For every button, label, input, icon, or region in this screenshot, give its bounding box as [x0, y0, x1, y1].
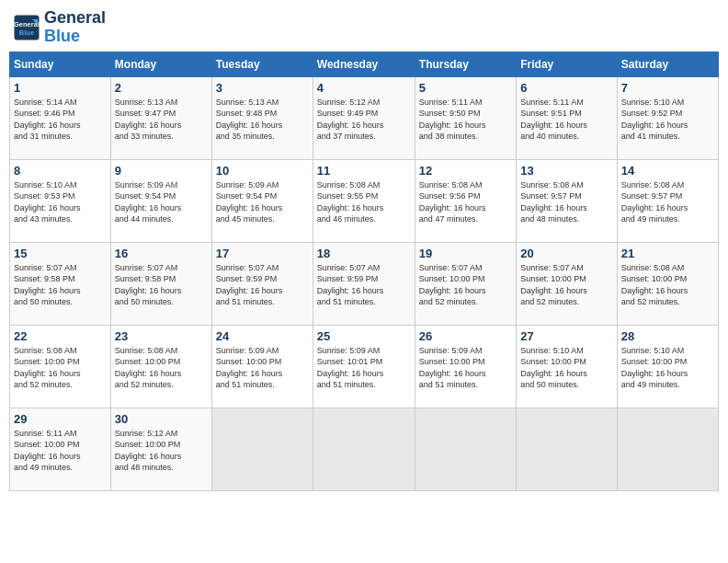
day-info: Sunrise: 5:08 AM Sunset: 10:00 PM Daylig… [621, 262, 714, 308]
day-info: Sunrise: 5:11 AM Sunset: 10:00 PM Daylig… [14, 428, 107, 474]
day-number: 20 [520, 247, 612, 260]
day-info: Sunrise: 5:08 AM Sunset: 9:57 PM Dayligh… [520, 179, 612, 225]
day-number: 13 [520, 164, 612, 178]
day-number: 18 [317, 247, 411, 260]
day-info: Sunrise: 5:10 AM Sunset: 9:53 PM Dayligh… [14, 179, 107, 225]
calendar-cell: 16Sunrise: 5:07 AM Sunset: 9:58 PM Dayli… [110, 242, 211, 325]
calendar-cell: 4Sunrise: 5:12 AM Sunset: 9:49 PM Daylig… [313, 76, 415, 159]
day-info: Sunrise: 5:07 AM Sunset: 9:58 PM Dayligh… [115, 262, 208, 308]
weekday-header-friday: Friday [517, 52, 617, 76]
calendar-cell: 2Sunrise: 5:13 AM Sunset: 9:47 PM Daylig… [110, 76, 211, 159]
day-number: 12 [419, 164, 512, 178]
day-info: Sunrise: 5:08 AM Sunset: 10:00 PM Daylig… [14, 345, 107, 391]
day-number: 30 [115, 412, 208, 426]
calendar-cell: 7Sunrise: 5:10 AM Sunset: 9:52 PM Daylig… [617, 76, 718, 159]
day-info: Sunrise: 5:09 AM Sunset: 10:00 PM Daylig… [419, 345, 512, 391]
calendar-cell: 10Sunrise: 5:09 AM Sunset: 9:54 PM Dayli… [211, 159, 313, 242]
day-info: Sunrise: 5:12 AM Sunset: 10:00 PM Daylig… [115, 428, 208, 474]
calendar-cell: 11Sunrise: 5:08 AM Sunset: 9:55 PM Dayli… [313, 159, 415, 242]
day-number: 4 [317, 81, 411, 95]
day-number: 27 [520, 329, 612, 343]
day-number: 17 [216, 247, 309, 260]
calendar-cell: 29Sunrise: 5:11 AM Sunset: 10:00 PM Dayl… [10, 408, 111, 490]
calendar-cell: 14Sunrise: 5:08 AM Sunset: 9:57 PM Dayli… [617, 159, 718, 242]
day-number: 3 [216, 81, 309, 95]
calendar-cell: 5Sunrise: 5:11 AM Sunset: 9:50 PM Daylig… [415, 76, 516, 159]
weekday-header-monday: Monday [110, 52, 211, 76]
day-number: 26 [419, 329, 512, 343]
day-info: Sunrise: 5:13 AM Sunset: 9:48 PM Dayligh… [216, 97, 309, 143]
day-info: Sunrise: 5:11 AM Sunset: 9:51 PM Dayligh… [520, 97, 612, 143]
day-info: Sunrise: 5:12 AM Sunset: 9:49 PM Dayligh… [317, 97, 411, 143]
day-info: Sunrise: 5:07 AM Sunset: 10:00 PM Daylig… [520, 262, 612, 308]
calendar-cell [415, 408, 516, 490]
day-info: Sunrise: 5:09 AM Sunset: 9:54 PM Dayligh… [115, 179, 208, 225]
calendar-header-row: SundayMondayTuesdayWednesdayThursdayFrid… [10, 52, 719, 76]
calendar-cell: 9Sunrise: 5:09 AM Sunset: 9:54 PM Daylig… [110, 159, 211, 242]
calendar-cell: 21Sunrise: 5:08 AM Sunset: 10:00 PM Dayl… [617, 242, 718, 325]
svg-text:Blue: Blue [19, 28, 34, 36]
calendar-cell: 22Sunrise: 5:08 AM Sunset: 10:00 PM Dayl… [10, 325, 111, 408]
calendar-cell: 25Sunrise: 5:09 AM Sunset: 10:01 PM Dayl… [313, 325, 415, 408]
calendar-cell: 24Sunrise: 5:09 AM Sunset: 10:00 PM Dayl… [211, 325, 313, 408]
day-number: 25 [317, 329, 411, 343]
calendar-cell: 18Sunrise: 5:07 AM Sunset: 9:59 PM Dayli… [313, 242, 415, 325]
calendar-cell [617, 408, 718, 490]
calendar-cell: 23Sunrise: 5:08 AM Sunset: 10:00 PM Dayl… [110, 325, 211, 408]
day-info: Sunrise: 5:10 AM Sunset: 9:52 PM Dayligh… [621, 97, 714, 143]
weekday-header-thursday: Thursday [415, 52, 516, 76]
day-info: Sunrise: 5:07 AM Sunset: 9:59 PM Dayligh… [216, 262, 309, 308]
calendar-cell [517, 408, 617, 490]
day-number: 22 [14, 329, 107, 343]
calendar-cell: 15Sunrise: 5:07 AM Sunset: 9:58 PM Dayli… [10, 242, 111, 325]
day-info: Sunrise: 5:07 AM Sunset: 9:58 PM Dayligh… [14, 262, 107, 308]
day-number: 21 [621, 247, 714, 260]
day-number: 29 [14, 412, 107, 426]
day-info: Sunrise: 5:14 AM Sunset: 9:46 PM Dayligh… [14, 97, 107, 143]
day-number: 11 [317, 164, 411, 178]
day-info: Sunrise: 5:08 AM Sunset: 10:00 PM Daylig… [115, 345, 208, 391]
day-number: 28 [621, 329, 714, 343]
day-number: 24 [216, 329, 309, 343]
header: General Blue General Blue [9, 9, 719, 46]
day-number: 7 [621, 81, 714, 95]
day-number: 19 [419, 247, 512, 260]
day-info: Sunrise: 5:08 AM Sunset: 9:55 PM Dayligh… [317, 179, 411, 225]
day-info: Sunrise: 5:09 AM Sunset: 10:00 PM Daylig… [216, 345, 309, 391]
day-info: Sunrise: 5:07 AM Sunset: 9:59 PM Dayligh… [317, 262, 411, 308]
calendar-cell [211, 408, 313, 490]
day-info: Sunrise: 5:09 AM Sunset: 10:01 PM Daylig… [317, 345, 411, 391]
calendar-cell: 8Sunrise: 5:10 AM Sunset: 9:53 PM Daylig… [10, 159, 111, 242]
calendar-week-3: 15Sunrise: 5:07 AM Sunset: 9:58 PM Dayli… [10, 242, 719, 325]
calendar-cell: 3Sunrise: 5:13 AM Sunset: 9:48 PM Daylig… [211, 76, 313, 159]
weekday-header-sunday: Sunday [10, 52, 111, 76]
day-number: 2 [115, 81, 208, 95]
calendar-cell: 20Sunrise: 5:07 AM Sunset: 10:00 PM Dayl… [517, 242, 617, 325]
day-number: 9 [115, 164, 208, 178]
weekday-header-saturday: Saturday [617, 52, 718, 76]
day-info: Sunrise: 5:13 AM Sunset: 9:47 PM Dayligh… [115, 97, 208, 143]
day-info: Sunrise: 5:10 AM Sunset: 10:00 PM Daylig… [520, 345, 612, 391]
day-info: Sunrise: 5:08 AM Sunset: 9:57 PM Dayligh… [621, 179, 714, 225]
day-number: 1 [14, 81, 107, 95]
calendar-cell: 27Sunrise: 5:10 AM Sunset: 10:00 PM Dayl… [517, 325, 617, 408]
calendar-cell: 12Sunrise: 5:08 AM Sunset: 9:56 PM Dayli… [415, 159, 516, 242]
day-number: 6 [520, 81, 612, 95]
calendar-week-1: 1Sunrise: 5:14 AM Sunset: 9:46 PM Daylig… [10, 76, 719, 159]
logo-icon: General Blue [13, 14, 40, 41]
day-number: 8 [14, 164, 107, 178]
day-info: Sunrise: 5:07 AM Sunset: 10:00 PM Daylig… [419, 262, 512, 308]
day-number: 16 [115, 247, 208, 260]
calendar-table: SundayMondayTuesdayWednesdayThursdayFrid… [9, 52, 719, 491]
calendar-cell: 30Sunrise: 5:12 AM Sunset: 10:00 PM Dayl… [110, 408, 211, 490]
calendar-cell: 6Sunrise: 5:11 AM Sunset: 9:51 PM Daylig… [517, 76, 617, 159]
calendar-week-4: 22Sunrise: 5:08 AM Sunset: 10:00 PM Dayl… [10, 325, 719, 408]
day-number: 23 [115, 329, 208, 343]
day-number: 15 [14, 247, 107, 260]
day-info: Sunrise: 5:10 AM Sunset: 10:00 PM Daylig… [621, 345, 714, 391]
calendar-week-2: 8Sunrise: 5:10 AM Sunset: 9:53 PM Daylig… [10, 159, 719, 242]
weekday-header-tuesday: Tuesday [211, 52, 313, 76]
calendar-cell: 17Sunrise: 5:07 AM Sunset: 9:59 PM Dayli… [211, 242, 313, 325]
weekday-header-wednesday: Wednesday [313, 52, 415, 76]
logo-text: General Blue [44, 9, 106, 46]
